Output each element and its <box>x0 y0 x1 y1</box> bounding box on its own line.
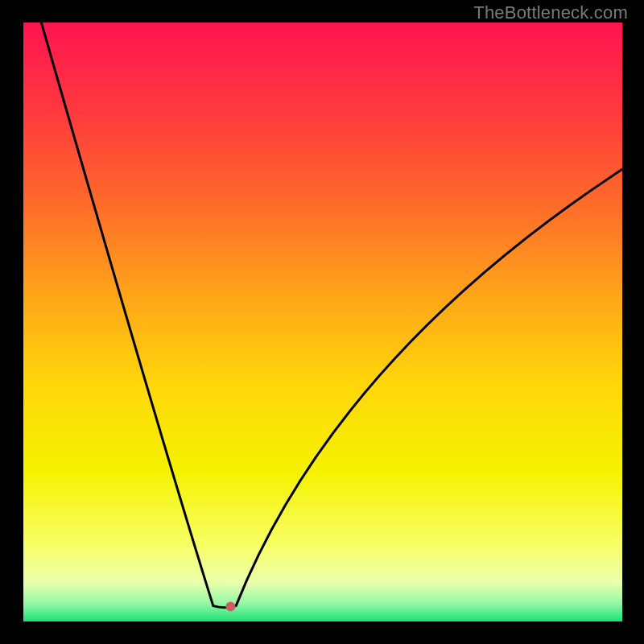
optimal-point-marker <box>225 601 235 611</box>
page-root: TheBottleneck.com <box>0 0 644 644</box>
heat-gradient-background <box>23 23 622 621</box>
bottleneck-chart <box>23 23 622 621</box>
plot-area <box>23 23 622 621</box>
watermark-text: TheBottleneck.com <box>473 2 628 23</box>
